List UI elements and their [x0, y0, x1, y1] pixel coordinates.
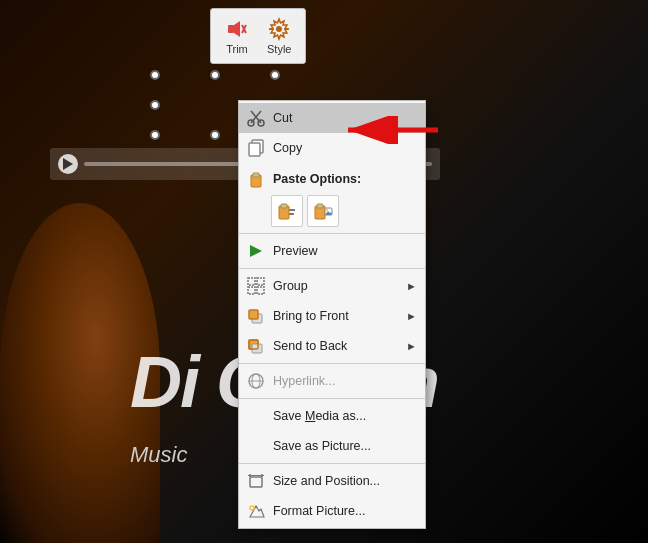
- handle-tl[interactable]: [150, 70, 160, 80]
- svg-marker-5: [63, 158, 73, 170]
- svg-rect-19: [317, 204, 323, 208]
- handle-tm[interactable]: [210, 70, 220, 80]
- svg-point-42: [250, 506, 254, 510]
- cut-icon: [245, 108, 267, 128]
- svg-rect-26: [248, 287, 255, 294]
- handle-tr[interactable]: [270, 70, 280, 80]
- send-to-back-submenu-arrow: ►: [406, 340, 417, 352]
- menu-item-save-media[interactable]: Save Media as...: [239, 401, 425, 431]
- menu-item-format-picture[interactable]: Format Picture...: [239, 496, 425, 526]
- bring-to-front-submenu-arrow: ►: [406, 310, 417, 322]
- paste-icon: [245, 169, 267, 189]
- svg-rect-15: [281, 204, 287, 208]
- paste-options-row: [239, 191, 425, 231]
- menu-item-preview[interactable]: Preview: [239, 236, 425, 266]
- send-to-back-label: Send to Back: [273, 339, 406, 353]
- group-icon: [245, 276, 267, 296]
- separator-3: [239, 363, 425, 364]
- style-label: Style: [267, 43, 291, 55]
- svg-rect-36: [250, 477, 262, 487]
- handle-bm[interactable]: [210, 130, 220, 140]
- menu-item-bring-to-front[interactable]: Bring to Front ►: [239, 301, 425, 331]
- svg-rect-24: [248, 278, 255, 285]
- copy-icon: [245, 138, 267, 158]
- menu-item-group[interactable]: Group ►: [239, 271, 425, 301]
- handle-bl[interactable]: [150, 130, 160, 140]
- menu-item-hyperlink[interactable]: Hyperlink...: [239, 366, 425, 396]
- separator-2: [239, 268, 425, 269]
- size-position-label: Size and Position...: [273, 474, 417, 488]
- svg-rect-13: [253, 173, 259, 177]
- svg-rect-25: [257, 278, 264, 285]
- menu-item-save-picture[interactable]: Save as Picture...: [239, 431, 425, 461]
- format-picture-label: Format Picture...: [273, 504, 417, 518]
- slide-subtitle: Music: [130, 442, 187, 468]
- preview-label: Preview: [273, 244, 417, 258]
- send-to-back-icon: [245, 336, 267, 356]
- group-submenu-arrow: ►: [406, 280, 417, 292]
- play-button[interactable]: [58, 154, 78, 174]
- paste-options-label: Paste Options:: [273, 172, 417, 186]
- save-picture-label: Save as Picture...: [273, 439, 417, 453]
- svg-marker-23: [250, 245, 262, 257]
- save-media-icon: [245, 406, 267, 426]
- group-label: Group: [273, 279, 406, 293]
- separator-1: [239, 233, 425, 234]
- svg-rect-29: [249, 310, 258, 319]
- save-media-label: Save Media as...: [273, 409, 417, 423]
- svg-rect-0: [228, 25, 234, 33]
- save-picture-icon: [245, 436, 267, 456]
- menu-item-size-position[interactable]: Size and Position...: [239, 466, 425, 496]
- separator-5: [239, 463, 425, 464]
- handle-ml[interactable]: [150, 100, 160, 110]
- trim-label: Trim: [226, 43, 248, 55]
- bring-to-front-icon: [245, 306, 267, 326]
- svg-point-22: [326, 209, 328, 211]
- svg-rect-17: [289, 213, 294, 215]
- menu-item-paste-options-label: Paste Options:: [239, 163, 425, 191]
- svg-rect-27: [257, 287, 264, 294]
- svg-rect-16: [289, 209, 295, 211]
- svg-marker-1: [234, 21, 240, 37]
- size-position-icon: [245, 471, 267, 491]
- separator-4: [239, 398, 425, 399]
- red-arrow: [330, 116, 440, 147]
- trim-button[interactable]: Trim: [217, 13, 257, 59]
- bring-to-front-label: Bring to Front: [273, 309, 406, 323]
- paste-picture-btn[interactable]: [307, 195, 339, 227]
- svg-point-4: [276, 26, 282, 32]
- paste-keep-format-btn[interactable]: [271, 195, 303, 227]
- svg-rect-11: [249, 143, 260, 156]
- ribbon-toolbar: Trim Style: [210, 8, 306, 64]
- context-menu: Cut Copy Paste Options:: [238, 100, 426, 529]
- hyperlink-icon: [245, 371, 267, 391]
- menu-item-send-to-back[interactable]: Send to Back ►: [239, 331, 425, 361]
- format-picture-icon: [245, 501, 267, 521]
- hyperlink-label: Hyperlink...: [273, 374, 417, 388]
- preview-icon: [245, 241, 267, 261]
- style-button[interactable]: Style: [259, 13, 299, 59]
